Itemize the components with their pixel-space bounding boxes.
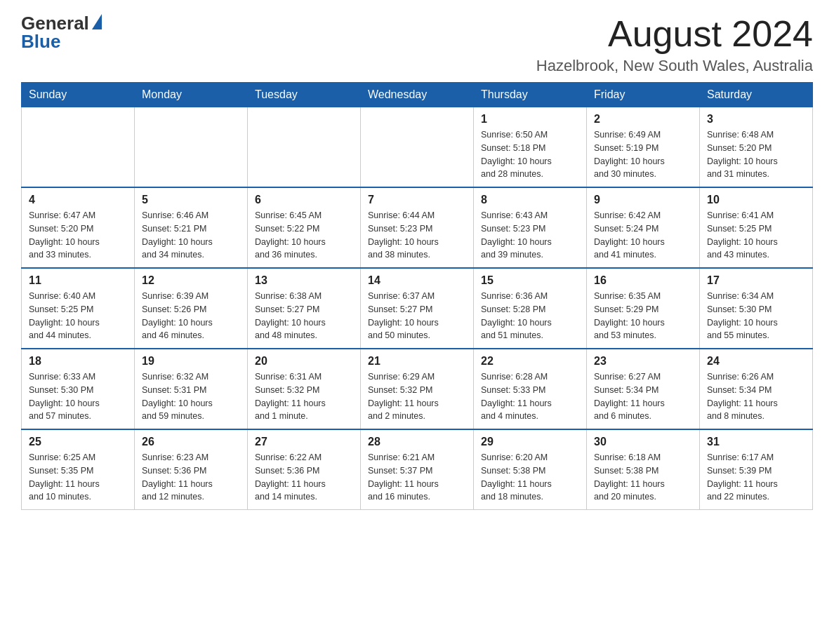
day-info: Sunrise: 6:50 AM Sunset: 5:18 PM Dayligh… xyxy=(481,128,579,181)
calendar-cell: 6Sunrise: 6:45 AM Sunset: 5:22 PM Daylig… xyxy=(248,187,361,268)
logo: General Blue xyxy=(21,14,102,51)
day-info: Sunrise: 6:40 AM Sunset: 5:25 PM Dayligh… xyxy=(29,290,127,342)
calendar-cell: 4Sunrise: 6:47 AM Sunset: 5:20 PM Daylig… xyxy=(22,187,135,268)
calendar-week-row: 1Sunrise: 6:50 AM Sunset: 5:18 PM Daylig… xyxy=(22,107,813,188)
title-block: August 2024 Hazelbrook, New South Wales,… xyxy=(536,14,813,75)
day-info: Sunrise: 6:17 AM Sunset: 5:39 PM Dayligh… xyxy=(707,451,805,504)
day-number: 20 xyxy=(255,355,353,368)
calendar-cell: 30Sunrise: 6:18 AM Sunset: 5:38 PM Dayli… xyxy=(587,429,700,510)
day-info: Sunrise: 6:20 AM Sunset: 5:38 PM Dayligh… xyxy=(481,451,579,504)
day-number: 19 xyxy=(142,355,240,368)
day-info: Sunrise: 6:41 AM Sunset: 5:25 PM Dayligh… xyxy=(707,209,805,262)
calendar-header-tuesday: Tuesday xyxy=(248,83,361,107)
day-number: 21 xyxy=(368,355,466,368)
page-subtitle: Hazelbrook, New South Wales, Australia xyxy=(536,57,813,75)
calendar-cell: 31Sunrise: 6:17 AM Sunset: 5:39 PM Dayli… xyxy=(700,429,813,510)
day-number: 7 xyxy=(368,194,466,206)
calendar-cell: 24Sunrise: 6:26 AM Sunset: 5:34 PM Dayli… xyxy=(700,349,813,429)
day-info: Sunrise: 6:38 AM Sunset: 5:27 PM Dayligh… xyxy=(255,290,353,342)
day-number: 13 xyxy=(255,274,353,287)
day-info: Sunrise: 6:33 AM Sunset: 5:30 PM Dayligh… xyxy=(29,370,127,423)
day-number: 18 xyxy=(29,355,127,368)
day-number: 25 xyxy=(29,436,127,448)
day-info: Sunrise: 6:44 AM Sunset: 5:23 PM Dayligh… xyxy=(368,209,466,262)
logo-general: General xyxy=(21,14,89,32)
calendar-week-row: 4Sunrise: 6:47 AM Sunset: 5:20 PM Daylig… xyxy=(22,187,813,268)
calendar-cell xyxy=(22,107,135,188)
day-info: Sunrise: 6:36 AM Sunset: 5:28 PM Dayligh… xyxy=(481,290,579,342)
day-info: Sunrise: 6:28 AM Sunset: 5:33 PM Dayligh… xyxy=(481,370,579,423)
calendar-cell: 17Sunrise: 6:34 AM Sunset: 5:30 PM Dayli… xyxy=(700,268,813,349)
calendar-cell: 22Sunrise: 6:28 AM Sunset: 5:33 PM Dayli… xyxy=(474,349,587,429)
day-info: Sunrise: 6:27 AM Sunset: 5:34 PM Dayligh… xyxy=(594,370,692,423)
calendar-header-thursday: Thursday xyxy=(474,83,587,107)
calendar-cell: 10Sunrise: 6:41 AM Sunset: 5:25 PM Dayli… xyxy=(700,187,813,268)
calendar-cell: 23Sunrise: 6:27 AM Sunset: 5:34 PM Dayli… xyxy=(587,349,700,429)
calendar-cell: 15Sunrise: 6:36 AM Sunset: 5:28 PM Dayli… xyxy=(474,268,587,349)
calendar-cell: 25Sunrise: 6:25 AM Sunset: 5:35 PM Dayli… xyxy=(22,429,135,510)
calendar-cell: 20Sunrise: 6:31 AM Sunset: 5:32 PM Dayli… xyxy=(248,349,361,429)
day-number: 12 xyxy=(142,274,240,287)
day-number: 10 xyxy=(707,194,805,206)
logo-triangle-icon xyxy=(92,14,102,29)
day-number: 15 xyxy=(481,274,579,287)
day-info: Sunrise: 6:47 AM Sunset: 5:20 PM Dayligh… xyxy=(29,209,127,262)
page-header: General Blue August 2024 Hazelbrook, New… xyxy=(21,14,813,75)
calendar-cell: 18Sunrise: 6:33 AM Sunset: 5:30 PM Dayli… xyxy=(22,349,135,429)
day-number: 31 xyxy=(707,436,805,448)
calendar-cell xyxy=(361,107,474,188)
day-number: 9 xyxy=(594,194,692,206)
day-info: Sunrise: 6:48 AM Sunset: 5:20 PM Dayligh… xyxy=(707,128,805,181)
day-number: 28 xyxy=(368,436,466,448)
calendar-cell: 5Sunrise: 6:46 AM Sunset: 5:21 PM Daylig… xyxy=(135,187,248,268)
day-info: Sunrise: 6:46 AM Sunset: 5:21 PM Dayligh… xyxy=(142,209,240,262)
calendar-cell: 12Sunrise: 6:39 AM Sunset: 5:26 PM Dayli… xyxy=(135,268,248,349)
day-number: 14 xyxy=(368,274,466,287)
day-number: 3 xyxy=(707,113,805,126)
calendar-cell: 11Sunrise: 6:40 AM Sunset: 5:25 PM Dayli… xyxy=(22,268,135,349)
day-number: 23 xyxy=(594,355,692,368)
calendar-cell: 8Sunrise: 6:43 AM Sunset: 5:23 PM Daylig… xyxy=(474,187,587,268)
day-number: 24 xyxy=(707,355,805,368)
day-number: 8 xyxy=(481,194,579,206)
calendar-cell: 16Sunrise: 6:35 AM Sunset: 5:29 PM Dayli… xyxy=(587,268,700,349)
calendar-header-wednesday: Wednesday xyxy=(361,83,474,107)
calendar-week-row: 25Sunrise: 6:25 AM Sunset: 5:35 PM Dayli… xyxy=(22,429,813,510)
calendar-cell: 19Sunrise: 6:32 AM Sunset: 5:31 PM Dayli… xyxy=(135,349,248,429)
day-number: 2 xyxy=(594,113,692,126)
day-number: 30 xyxy=(594,436,692,448)
logo-blue: Blue xyxy=(21,32,60,51)
day-info: Sunrise: 6:42 AM Sunset: 5:24 PM Dayligh… xyxy=(594,209,692,262)
day-info: Sunrise: 6:31 AM Sunset: 5:32 PM Dayligh… xyxy=(255,370,353,423)
day-info: Sunrise: 6:29 AM Sunset: 5:32 PM Dayligh… xyxy=(368,370,466,423)
calendar-cell: 7Sunrise: 6:44 AM Sunset: 5:23 PM Daylig… xyxy=(361,187,474,268)
day-number: 11 xyxy=(29,274,127,287)
day-number: 22 xyxy=(481,355,579,368)
calendar-cell: 3Sunrise: 6:48 AM Sunset: 5:20 PM Daylig… xyxy=(700,107,813,188)
day-number: 16 xyxy=(594,274,692,287)
day-info: Sunrise: 6:26 AM Sunset: 5:34 PM Dayligh… xyxy=(707,370,805,423)
calendar-cell xyxy=(248,107,361,188)
day-number: 1 xyxy=(481,113,579,126)
day-number: 4 xyxy=(29,194,127,206)
calendar-cell: 29Sunrise: 6:20 AM Sunset: 5:38 PM Dayli… xyxy=(474,429,587,510)
calendar-cell: 1Sunrise: 6:50 AM Sunset: 5:18 PM Daylig… xyxy=(474,107,587,188)
calendar-week-row: 18Sunrise: 6:33 AM Sunset: 5:30 PM Dayli… xyxy=(22,349,813,429)
calendar-cell: 13Sunrise: 6:38 AM Sunset: 5:27 PM Dayli… xyxy=(248,268,361,349)
day-info: Sunrise: 6:34 AM Sunset: 5:30 PM Dayligh… xyxy=(707,290,805,342)
calendar-cell xyxy=(135,107,248,188)
calendar-header-row: SundayMondayTuesdayWednesdayThursdayFrid… xyxy=(22,83,813,107)
calendar-cell: 2Sunrise: 6:49 AM Sunset: 5:19 PM Daylig… xyxy=(587,107,700,188)
day-info: Sunrise: 6:39 AM Sunset: 5:26 PM Dayligh… xyxy=(142,290,240,342)
calendar-header-friday: Friday xyxy=(587,83,700,107)
day-info: Sunrise: 6:25 AM Sunset: 5:35 PM Dayligh… xyxy=(29,451,127,504)
day-info: Sunrise: 6:35 AM Sunset: 5:29 PM Dayligh… xyxy=(594,290,692,342)
calendar-cell: 27Sunrise: 6:22 AM Sunset: 5:36 PM Dayli… xyxy=(248,429,361,510)
calendar-header-sunday: Sunday xyxy=(22,83,135,107)
calendar-table: SundayMondayTuesdayWednesdayThursdayFrid… xyxy=(21,82,813,510)
day-info: Sunrise: 6:37 AM Sunset: 5:27 PM Dayligh… xyxy=(368,290,466,342)
page-title: August 2024 xyxy=(536,14,813,54)
day-info: Sunrise: 6:49 AM Sunset: 5:19 PM Dayligh… xyxy=(594,128,692,181)
day-info: Sunrise: 6:32 AM Sunset: 5:31 PM Dayligh… xyxy=(142,370,240,423)
calendar-cell: 9Sunrise: 6:42 AM Sunset: 5:24 PM Daylig… xyxy=(587,187,700,268)
